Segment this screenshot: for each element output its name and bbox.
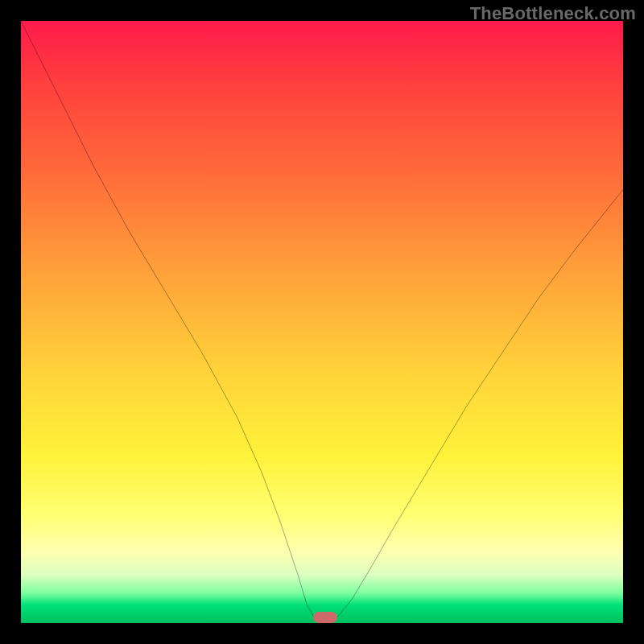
watermark-text: TheBottleneck.com — [470, 3, 636, 24]
optimum-marker — [313, 612, 337, 623]
bottleneck-curve — [21, 21, 623, 623]
plot-area — [21, 21, 623, 623]
chart-frame: TheBottleneck.com — [0, 0, 644, 644]
